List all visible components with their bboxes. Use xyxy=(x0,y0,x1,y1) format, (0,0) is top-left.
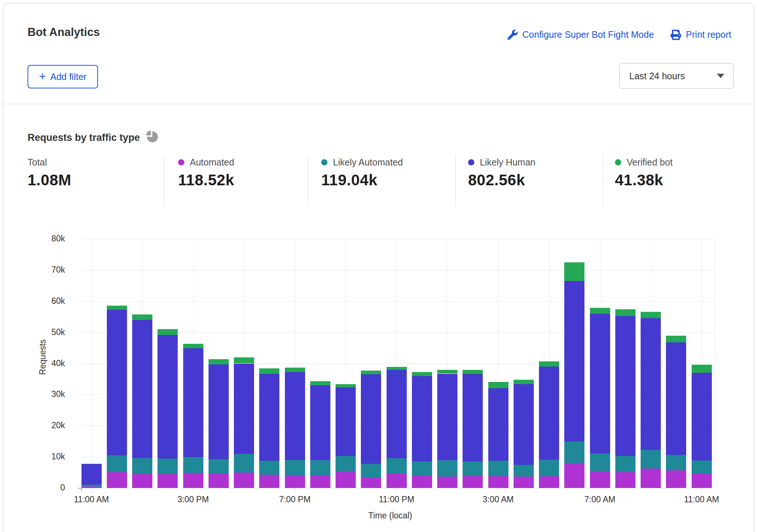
stat-label: Automated xyxy=(190,157,234,168)
bar-segment-automated xyxy=(310,475,330,488)
gridline xyxy=(82,301,714,302)
stat-verified-bot: Verified bot 41.38k xyxy=(615,157,673,189)
page-title: Bot Analytics xyxy=(28,26,100,39)
bar-segment-automated xyxy=(285,475,305,488)
x-tick-mark xyxy=(600,489,600,492)
stat-value: 1.08M xyxy=(28,171,71,189)
bar-segment-automated xyxy=(361,477,381,488)
bar-segment-automated xyxy=(157,474,178,488)
bar-segment-verified-bot xyxy=(564,262,584,281)
axis-tick xyxy=(82,488,82,491)
bar-segment-verified-bot xyxy=(539,361,559,367)
bar-segment-likely-human xyxy=(361,374,381,464)
bar-segment-verified-bot xyxy=(387,367,407,370)
bar-segment-verified-bot xyxy=(157,329,178,335)
bar-segment-verified-bot xyxy=(259,368,279,374)
y-tick-label: 0 xyxy=(22,483,65,493)
stat-divider xyxy=(603,154,603,207)
wrench-icon xyxy=(507,30,518,40)
bar-segment-verified-bot xyxy=(514,380,534,384)
stat-divider xyxy=(308,154,308,207)
bar-segment-verified-bot xyxy=(488,382,508,388)
bar-segment-verified-bot xyxy=(209,359,229,364)
bar-segment-verified-bot xyxy=(310,381,330,385)
bar-segment-verified-bot xyxy=(107,306,127,310)
bar-segment-likely-human xyxy=(285,372,305,460)
x-tick-label: 7:00 AM xyxy=(571,495,629,504)
bar-segment-likely-human xyxy=(641,318,661,449)
bar-segment-likely-automated xyxy=(488,461,508,476)
x-tick-mark xyxy=(193,489,193,492)
bar-segment-likely-automated xyxy=(564,441,584,463)
bar-segment-automated xyxy=(234,473,254,488)
header-links: Configure Super Bot Fight Mode Print rep… xyxy=(507,29,731,40)
stat-divider xyxy=(164,154,164,207)
bar-segment-likely-human xyxy=(666,342,686,455)
add-filter-button[interactable]: + Add filter xyxy=(28,65,98,88)
bar-segment-automated xyxy=(590,472,610,488)
bar-segment-likely-automated xyxy=(157,459,178,474)
bar-segment-likely-human xyxy=(107,310,127,455)
x-tick-label: 7:00 PM xyxy=(265,495,324,504)
time-range-value: Last 24 hours xyxy=(620,71,717,81)
y-tick-label: 10k xyxy=(22,452,65,462)
bar-segment-likely-human xyxy=(259,374,279,461)
bar-segment-verified-bot xyxy=(412,372,432,376)
stat-value: 119.04k xyxy=(321,171,403,189)
x-axis-title: Time (local) xyxy=(354,511,427,521)
bar-segment-likely-human xyxy=(234,364,254,454)
stat-label: Total xyxy=(28,157,47,168)
x-tick-mark xyxy=(91,489,92,492)
bar-segment-automated xyxy=(666,470,686,488)
bar-segment-automated xyxy=(259,475,279,488)
bar-segment-likely-human xyxy=(514,384,534,465)
bar-segment-likely-human xyxy=(463,374,483,461)
bar-segment-likely-human xyxy=(488,388,508,461)
bar-segment-likely-automated xyxy=(590,453,610,472)
print-report-link[interactable]: Print report xyxy=(671,29,731,40)
bar-segment-automated xyxy=(539,476,559,488)
bar-segment-verified-bot xyxy=(132,314,152,320)
bar-segment-automated xyxy=(132,474,152,488)
x-tick-label: 11:00 AM xyxy=(62,495,121,504)
bar-segment-likely-human xyxy=(564,281,584,441)
x-tick-label: 3:00 PM xyxy=(164,495,222,504)
stat-label: Verified bot xyxy=(627,157,673,168)
bar-segment-likely-automated xyxy=(107,455,127,472)
axis-tick xyxy=(78,488,82,488)
y-tick-label: 30k xyxy=(22,389,65,399)
bar-segment-likely-human xyxy=(437,374,457,460)
bar-segment-automated xyxy=(336,472,356,488)
bar-segment-automated xyxy=(514,477,534,488)
bar-segment-automated xyxy=(615,472,635,488)
bar-segment-verified-bot xyxy=(463,370,483,374)
add-filter-label: Add filter xyxy=(50,72,87,82)
x-tick-label: 3:00 AM xyxy=(469,495,528,504)
verified-bot-legend-dot xyxy=(615,159,621,165)
bar-segment-likely-automated xyxy=(234,454,254,473)
x-tick-mark xyxy=(498,489,499,492)
y-axis-title: Requests xyxy=(38,339,48,375)
bar-segment-likely-human xyxy=(183,348,203,457)
bar-segment-likely-human xyxy=(387,370,407,458)
gridline xyxy=(82,488,714,488)
automated-legend-dot xyxy=(178,159,184,165)
bar-segment-verified-bot xyxy=(285,368,305,372)
time-range-select[interactable]: Last 24 hours xyxy=(619,63,734,89)
stat-automated: Automated 118.52k xyxy=(178,157,234,189)
stat-likely-human: Likely Human 802.56k xyxy=(468,157,535,189)
y-tick-label: 70k xyxy=(22,265,65,275)
bar-segment-likely-automated xyxy=(666,455,686,470)
plus-icon: + xyxy=(39,70,46,82)
bar-segment-likely-human xyxy=(692,373,712,460)
bar-segment-verified-bot xyxy=(234,357,254,363)
bar-segment-automated xyxy=(641,469,661,488)
stat-total: Total 1.08M xyxy=(28,157,71,189)
x-tick-mark xyxy=(295,489,295,492)
configure-super-bot-fight-mode-link[interactable]: Configure Super Bot Fight Mode xyxy=(507,29,654,40)
section-title-row: Requests by traffic type xyxy=(28,130,158,145)
bar-segment-likely-human xyxy=(336,387,356,456)
bar-segment-verified-bot xyxy=(666,336,686,342)
bar-segment-verified-bot xyxy=(615,309,635,316)
bar-segment-likely-human xyxy=(539,367,559,460)
